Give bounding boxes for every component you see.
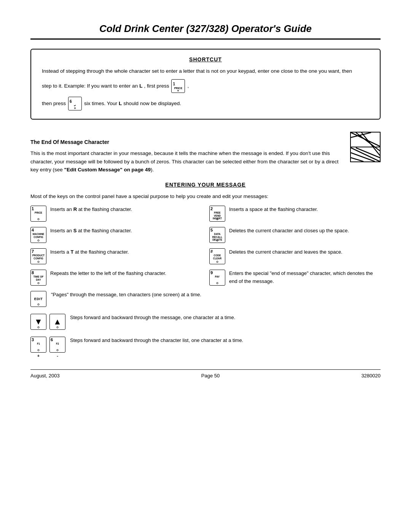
key6-box: 6 F2 [49, 337, 65, 353]
key8-lbl: TIME OF DAY [32, 275, 45, 281]
end-msg-end: ). [151, 167, 154, 173]
key4-num: 4 [32, 228, 34, 232]
keyHash-lbl: CODE CLEAR [210, 254, 224, 259]
shortcut-text: Instead of stepping through the whole ch… [42, 67, 369, 110]
entering-heading: ENTERING YOUR MESSAGE [30, 182, 381, 188]
key3-lbl: F1 [37, 342, 40, 345]
key9-entry: 9 PAY Enters the special "end of message… [209, 270, 381, 286]
key2-entry: 2 FREE VEND INSERT Inserts a space at th… [209, 206, 381, 222]
down-arrow-group: ▼ [30, 314, 46, 330]
footer-left: August, 2003 [30, 373, 60, 379]
key1-number: 1 [173, 82, 175, 86]
key8-dot [38, 282, 40, 284]
key1-dot [177, 90, 179, 91]
key6-lbl: F2 [56, 342, 59, 345]
key6-dot [57, 349, 59, 351]
shortcut-text2: step to it. Example: If you want to ente… [42, 82, 138, 90]
key9-dot [217, 282, 218, 284]
key5-num: 5 [210, 228, 213, 232]
key2-dot [74, 107, 76, 109]
key2-dot2 [217, 218, 218, 220]
key9-box: 9 PAY [209, 270, 225, 286]
key5-dot [217, 240, 218, 241]
keyHash-num: # [210, 249, 213, 254]
key2-num: 2 [210, 207, 213, 211]
shortcut-para2: step to it. Example: If you want to ente… [42, 79, 369, 93]
key1-entry: 1 PRICE Inserts an R at the flashing cha… [30, 206, 202, 222]
key1-num: 1 [32, 207, 34, 211]
key2-label: ↵ [74, 104, 76, 107]
down-arrow-dot [38, 326, 40, 328]
key5-box: 5 DATA RECALL DELETE [209, 227, 225, 243]
key2-box: 2 FREE VEND INSERT [209, 206, 225, 222]
key1-desc: Inserts an R at the flashing character. [50, 206, 202, 213]
edit-label: EDIT [34, 297, 43, 301]
key7-lbl: PRODUCT CONFIG [32, 254, 45, 259]
shortcut-bold-L2: L [119, 99, 122, 108]
key6-group: 6 F2 - [49, 337, 65, 358]
edit-key-entry: EDIT "Pages" through the message, ten ch… [30, 291, 381, 307]
key4-entry: 4 MACHINE CONFIG Inserts an S at the fla… [30, 227, 202, 243]
step-desc: Steps forward and backward through the c… [70, 337, 381, 344]
shortcut-para1: Instead of stepping through the whole ch… [42, 67, 369, 75]
end-msg-section: The End Of Message Character This is the… [30, 130, 381, 174]
up-arrow-shape: ▲ [53, 318, 62, 326]
keys-row4: 8 TIME OF DAY Repeats the letter to the … [30, 270, 381, 286]
keys-row2: 4 MACHINE CONFIG Inserts an S at the fla… [30, 227, 381, 243]
arrow-keys-entry: ▼ ▲ Steps forward and backward through t… [30, 314, 381, 330]
key1-box: 1 PRICE [30, 206, 46, 222]
keyHash-dot [217, 261, 218, 263]
key9-lbl: PAY [215, 275, 220, 278]
key7-desc: Inserts a T at the flashing character. [50, 248, 202, 256]
step-keys-group: 3 F1 + 6 F2 - [30, 337, 65, 358]
arrow-desc: Steps forward and backward through the m… [70, 314, 381, 321]
entering-intro: Most of the keys on the control panel ha… [30, 192, 381, 201]
shortcut-heading: SHORTCUT [42, 56, 369, 62]
shortcut-text2-end: , first press [144, 82, 169, 90]
shortcut-text3: then press [42, 99, 66, 108]
edit-desc: "Pages" through the message, ten charact… [51, 291, 381, 299]
key9-num: 9 [210, 271, 213, 275]
key4-desc: Inserts an S at the flashing character. [50, 227, 202, 235]
key4-dot [38, 240, 40, 241]
up-arrow-group: ▲ [49, 314, 65, 330]
key8-num: 8 [32, 271, 34, 275]
key3-num: 3 [32, 338, 34, 342]
key2-desc: Inserts a space at the flashing characte… [229, 206, 381, 213]
footer-right: 3280020 [361, 373, 381, 379]
key5-desc: Deletes the current character and closes… [229, 227, 381, 235]
keys-row3: 7 PRODUCT CONFIG Inserts a T at the flas… [30, 248, 381, 264]
key9-desc: Enters the special "end of message" char… [229, 270, 381, 285]
end-msg-text: The End Of Message Character This is the… [30, 130, 342, 174]
key1-dot2 [38, 218, 40, 220]
key2-number: 6 [70, 100, 72, 104]
shortcut-text3-end2: should now be displayed. [123, 99, 181, 108]
shortcut-para3: then press 6 ↵ six times. Your L should … [42, 97, 369, 110]
end-msg-heading: The End Of Message Character [30, 138, 342, 146]
eom-svg [350, 132, 381, 162]
down-arrow-key: ▼ [30, 314, 46, 330]
key1-lbl: PRICE [35, 211, 42, 214]
end-msg-para: This is the most important character in … [30, 149, 342, 174]
keys-row1: 1 PRICE Inserts an R at the flashing cha… [30, 206, 381, 222]
end-msg-icon [350, 132, 381, 162]
enter-key-inline: 6 ↵ [68, 97, 82, 110]
keyHash-desc: Deletes the current character and leaves… [229, 248, 381, 256]
arrow-keys-group: ▼ ▲ [30, 314, 65, 330]
key8-desc: Repeats the letter to the left of the fl… [50, 270, 202, 277]
key7-num: 7 [32, 249, 34, 254]
page-title: Cold Drink Center (327/328) Operator's G… [30, 23, 381, 40]
up-arrow-dot [57, 326, 59, 328]
key8-entry: 8 TIME OF DAY Repeats the letter to the … [30, 270, 202, 286]
shortcut-bold-L1: L [139, 82, 142, 90]
key6-num: 6 [51, 338, 53, 342]
page-footer: August, 2003 Page 50 3280020 [30, 369, 381, 379]
key3-plus-label: + [37, 353, 40, 358]
shortcut-text3-end: six times. Your [84, 99, 117, 108]
edit-key-box: EDIT [30, 291, 46, 307]
key4-box: 4 MACHINE CONFIG [30, 227, 46, 243]
keyHash-box: # CODE CLEAR [209, 248, 225, 264]
edit-dot [38, 304, 40, 305]
shortcut-comma: , [187, 82, 189, 90]
key7-dot [38, 261, 40, 263]
